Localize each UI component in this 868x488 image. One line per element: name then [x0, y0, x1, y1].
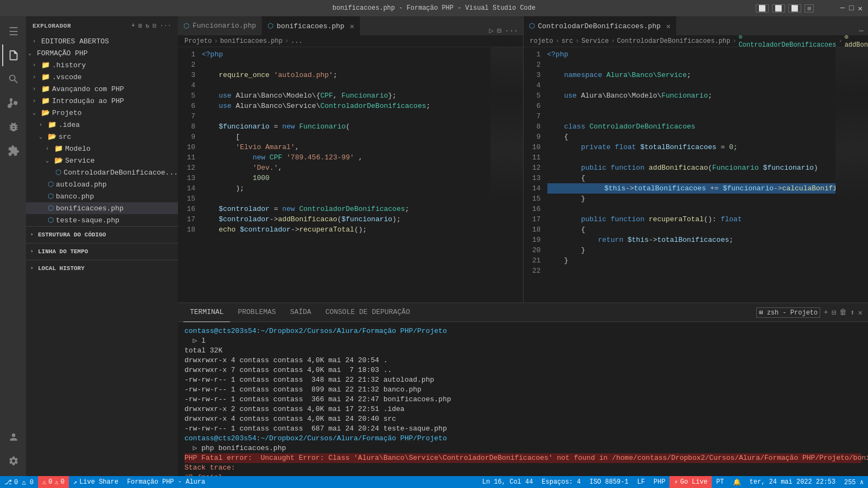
collapse-icon[interactable]: ⊟ [153, 22, 157, 29]
sidebar-header-icons[interactable]: + ⊞ ↻ ⊟ ··· [131, 22, 171, 29]
status-errors[interactable]: ⚠ 0 ⚠ 0 [38, 476, 69, 488]
status-notifications[interactable]: 🔔 [729, 476, 745, 488]
code-line: $funcionario = new Funcionario( [202, 121, 490, 132]
status-golive[interactable]: ⚡ Go Live [669, 476, 712, 488]
code-line: { [547, 224, 836, 235]
window-layout-controls[interactable]: ⬜ ⬜ ⬜ ⊞ [756, 4, 814, 12]
spaces-label: Espaços: 4 [541, 478, 580, 486]
code-line: 1000 [202, 173, 490, 183]
code-structure-header[interactable]: › ESTRUTURA DO CÓDIGO [26, 229, 178, 241]
extensions-activity-icon[interactable] [2, 140, 24, 162]
term-line: -rw-rw-r-- 1 contass contass 348 mai 22 … [184, 375, 861, 385]
more-options-icon[interactable]: ··· [160, 22, 171, 29]
menu-activity-icon[interactable]: ☰ [2, 21, 24, 42]
restore-button[interactable]: □ [849, 4, 853, 12]
code-line: { [547, 173, 836, 183]
sidebar-item-autoload[interactable]: ⬡ autoload.php [26, 178, 178, 190]
status-position[interactable]: Ln 16, Col 44 [478, 476, 538, 488]
golive-icon: ⚡ [674, 478, 678, 486]
account-icon[interactable] [2, 426, 24, 448]
avancando-label: Avançando com PHP [52, 85, 124, 93]
timeline-header[interactable]: › LINHA DO TEMPO [26, 246, 178, 258]
status-eol[interactable]: LF [633, 476, 649, 488]
new-file-icon[interactable]: + [131, 22, 135, 29]
tab-close-icon[interactable]: ✕ [666, 22, 671, 31]
terminal-maximize-icon[interactable]: ⬆ [850, 308, 854, 317]
sidebar-item-vscode[interactable]: › 📁 .vscode [26, 71, 178, 83]
sidebar-item-idea[interactable]: › 📁 .idea [26, 119, 178, 131]
folder-arrow: ⌄ [33, 110, 41, 116]
right-code-lines[interactable]: <?php namespace Alura\Banco\Service; use… [545, 47, 836, 303]
crumb-rojeto: rojeto [530, 37, 553, 45]
status-bar: ⎇ 0 △ 0 ⚠ 0 ⚠ 0 ↗ Live Share Formação PH… [0, 476, 868, 488]
activity-bar: ☰ [0, 16, 26, 476]
minimize-button[interactable]: ─ [840, 4, 845, 12]
code-line: namespace Alura\Banco\Service; [547, 70, 836, 80]
tab-close-icon[interactable]: ✕ [350, 22, 354, 31]
terminal-split-icon[interactable]: ⊟ [832, 308, 836, 317]
tab-controlador[interactable]: ⬡ ControlodarDeBonificacoes.php ✕ [524, 16, 677, 35]
more-icon[interactable]: ··· [505, 27, 518, 35]
introducao-label: Introdução ao PHP [52, 97, 124, 105]
status-language[interactable]: PHP [649, 476, 670, 488]
terminal-close-icon[interactable]: ✕ [858, 308, 863, 317]
sidebar-item-src[interactable]: ⌄ 📂 src [26, 131, 178, 143]
left-code-lines[interactable]: <?php require_once 'autoload.php'; use A… [200, 47, 490, 303]
terminal-add-icon[interactable]: + [824, 308, 828, 317]
sidebar-item-teste-saque[interactable]: ⬡ teste-saque.php [26, 214, 178, 226]
bell-icon: 🔔 [733, 478, 741, 486]
terminal-content[interactable]: contass@cts203s54:~/Dropbox2/Cursos/Alur… [178, 322, 868, 476]
tab-debug-console[interactable]: CONSOLE DE DEPURAÇÃO [319, 303, 417, 322]
open-editors-section[interactable]: › EDITORES ABERTOS [26, 35, 178, 47]
sidebar-item-projeto[interactable]: ⌄ 📂 Projeto [26, 107, 178, 119]
status-git[interactable]: ⎇ 0 △ 0 [0, 476, 38, 488]
layout-icon-1[interactable]: ⬜ [756, 4, 769, 12]
code-line [202, 80, 490, 91]
tab-funcionario[interactable]: ⬡ Funcionario.php [178, 16, 262, 35]
close-button[interactable]: ✕ [858, 4, 863, 13]
terminal-trash-icon[interactable]: 🗑 [839, 308, 847, 317]
git-activity-icon[interactable] [2, 92, 24, 114]
code-line: use Alura\Banco\Service\ControladorDeBon… [202, 101, 490, 111]
tab-bonificacoes[interactable]: ⬡ bonificacoes.php ✕ [262, 16, 360, 35]
tab-label: Funcionario.php [193, 22, 256, 30]
sidebar-item-modelo[interactable]: › 📁 Modelo [26, 143, 178, 155]
timeline-label: LINHA DO TEMPO [38, 248, 88, 255]
sidebar-item-avancando[interactable]: › 📁 Avançando com PHP [26, 83, 178, 95]
tab-terminal[interactable]: TERMINAL [183, 303, 230, 322]
window-controls[interactable]: ─ □ ✕ [840, 4, 863, 13]
new-folder-icon[interactable]: ⊞ [138, 22, 142, 29]
layout-icon-4[interactable]: ⊞ [805, 4, 814, 12]
local-history-header[interactable]: › LOCAL HISTORY [26, 262, 178, 274]
editor-actions[interactable]: ▷ ⊟ ··· [489, 26, 522, 35]
error-count: 0 [48, 478, 52, 486]
explorer-activity-icon[interactable] [2, 44, 24, 66]
status-encoding[interactable]: ISO 8859-1 [585, 476, 633, 488]
code-structure-label: ESTRUTURA DO CÓDIGO [38, 232, 106, 238]
tab-output[interactable]: SAÍDA [284, 303, 318, 322]
layout-icon-2[interactable]: ⬜ [772, 4, 785, 12]
sidebar-item-service[interactable]: ⌄ 📂 Service [26, 155, 178, 166]
run-icon[interactable]: ▷ [489, 26, 493, 35]
debug-activity-icon[interactable] [2, 116, 24, 138]
sidebar-item-controlador[interactable]: ⬡ ControlodarDeBonificacoe... [26, 166, 178, 178]
status-liveshare[interactable]: ↗ Live Share [69, 476, 123, 488]
status-spaces[interactable]: Espaços: 4 [537, 476, 585, 488]
sidebar-item-bonificacoes[interactable]: ⬡ bonificacoes.php [26, 202, 178, 214]
settings-icon[interactable] [2, 450, 24, 472]
status-lang[interactable]: PT [712, 476, 728, 488]
project-label: Formação PHP - Alura [127, 478, 205, 486]
sidebar-item-banco[interactable]: ⬡ banco.php [26, 190, 178, 202]
layout-icon-3[interactable]: ⬜ [788, 4, 801, 12]
refresh-icon[interactable]: ↻ [145, 22, 149, 29]
sidebar-item-introducao[interactable]: › 📁 Introdução ao PHP [26, 95, 178, 107]
status-datetime[interactable]: ter, 24 mai 2022 22:53 [745, 476, 840, 488]
project-root-section[interactable]: ⌄ FORMAÇÃO PHP [26, 47, 178, 59]
sidebar-item-history[interactable]: › 📁 .history [26, 59, 178, 71]
folder-arrow: › [33, 62, 41, 68]
tab-problems[interactable]: PROBLEMAS [231, 303, 282, 322]
term-line: Stack trace: [184, 463, 861, 473]
split-icon[interactable]: ⊟ [497, 26, 501, 35]
search-activity-icon[interactable] [2, 68, 24, 90]
status-project[interactable]: Formação PHP - Alura [123, 476, 209, 488]
